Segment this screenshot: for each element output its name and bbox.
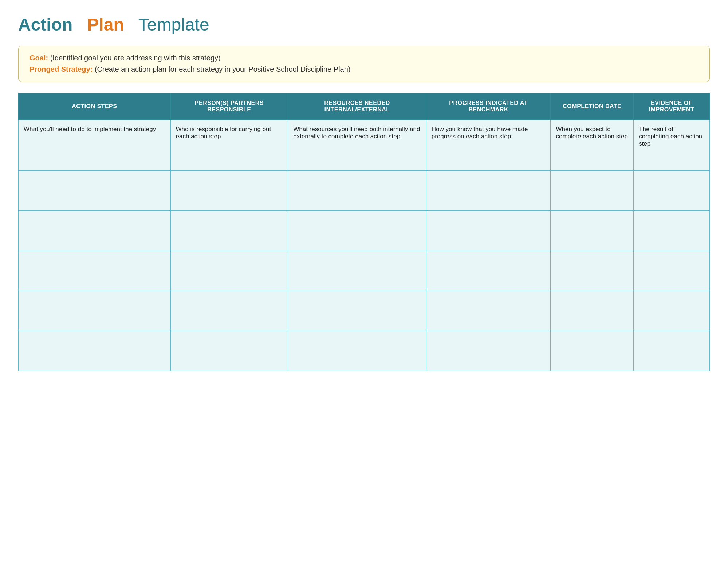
pronged-label: Pronged Strategy: [29,65,93,73]
table-row: What you'll need to do to implement the … [19,120,710,171]
goal-line: Goal: (Identified goal you are addressin… [29,54,699,62]
goal-text: (Identified goal you are addressing with… [50,54,221,62]
cell-action-steps-6 [19,331,171,371]
cell-completion-date-2 [551,171,634,211]
cell-progress-indicated-4 [426,251,551,291]
title-action: Action [18,15,72,34]
cell-resources-needed-5 [288,291,426,331]
cell-persons-responsible-5 [170,291,288,331]
action-plan-table: ACTION STEPS PERSON(S) PARTNERS RESPONSI… [18,93,710,371]
cell-resources-needed-2 [288,171,426,211]
cell-resources-needed-6 [288,331,426,371]
header-progress-indicated: PROGRESS INDICATED AT BENCHMARK [426,93,551,120]
cell-completion-date-1: When you expect to complete each action … [551,120,634,171]
cell-persons-responsible-1: Who is responsible for carrying out each… [170,120,288,171]
cell-completion-date-6 [551,331,634,371]
table-row [19,291,710,331]
table-row [19,331,710,371]
cell-persons-responsible-2 [170,171,288,211]
cell-evidence-improvement-5 [634,291,710,331]
cell-progress-indicated-5 [426,291,551,331]
page-title: Action Plan Template [18,15,710,35]
cell-progress-indicated-1: How you know that you have made progress… [426,120,551,171]
title-template: Template [138,15,209,34]
cell-completion-date-4 [551,251,634,291]
table-row [19,211,710,251]
title-plan: Plan [87,15,124,34]
goal-box: Goal: (Identified goal you are addressin… [18,46,710,82]
cell-progress-indicated-6 [426,331,551,371]
cell-persons-responsible-3 [170,211,288,251]
cell-action-steps-5 [19,291,171,331]
cell-persons-responsible-4 [170,251,288,291]
header-action-steps: ACTION STEPS [19,93,171,120]
pronged-line: Pronged Strategy: (Create an action plan… [29,65,699,74]
cell-evidence-improvement-2 [634,171,710,211]
table-header-row: ACTION STEPS PERSON(S) PARTNERS RESPONSI… [19,93,710,120]
header-completion-date: COMPLETION DATE [551,93,634,120]
cell-evidence-improvement-6 [634,331,710,371]
cell-completion-date-3 [551,211,634,251]
cell-resources-needed-4 [288,251,426,291]
table-row [19,251,710,291]
table-row [19,171,710,211]
cell-action-steps-1: What you'll need to do to implement the … [19,120,171,171]
cell-completion-date-5 [551,291,634,331]
pronged-text: (Create an action plan for each strategy… [95,65,351,73]
header-persons-responsible: PERSON(S) PARTNERS RESPONSIBLE [170,93,288,120]
header-evidence-improvement: EVIDENCE OF IMPROVEMENT [634,93,710,120]
header-resources-needed: RESOURCES NEEDED INTERNAL/EXTERNAL [288,93,426,120]
cell-evidence-improvement-4 [634,251,710,291]
cell-progress-indicated-2 [426,171,551,211]
goal-label: Goal: [29,54,48,62]
cell-persons-responsible-6 [170,331,288,371]
cell-resources-needed-3 [288,211,426,251]
cell-resources-needed-1: What resources you'll need both internal… [288,120,426,171]
cell-evidence-improvement-1: The result of completing each action ste… [634,120,710,171]
cell-action-steps-3 [19,211,171,251]
cell-evidence-improvement-3 [634,211,710,251]
cell-progress-indicated-3 [426,211,551,251]
cell-action-steps-2 [19,171,171,211]
cell-action-steps-4 [19,251,171,291]
